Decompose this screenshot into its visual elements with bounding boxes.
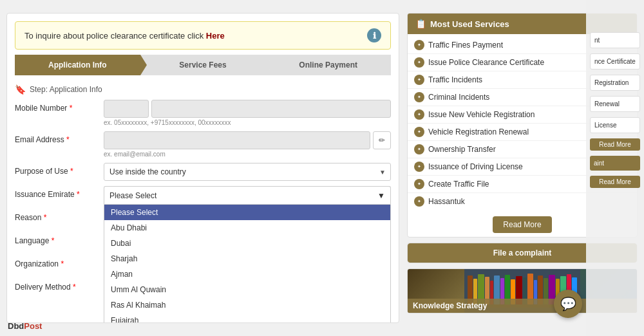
reason-label: Reason * <box>15 209 99 222</box>
mobile-number-field: ex. 05xxxxxxxx, +9715xxxxxxxx, 00xxxxxxx… <box>104 100 391 126</box>
emirate-dropdown: Please Select ▼ Please Select Abu Dhabi … <box>104 186 391 204</box>
notice-bar: To inquire about police clearance certif… <box>15 21 391 50</box>
page-wrapper: To inquire about police clearance certif… <box>0 0 644 336</box>
overlay-card-5: License <box>590 117 640 133</box>
service-icon <box>414 75 424 85</box>
notice-link[interactable]: Here <box>206 31 225 41</box>
overlay-complaint: aint <box>590 156 640 171</box>
services-header-icon: 📋 <box>415 19 426 29</box>
emirate-list: Please Select Abu Dhabi Dubai Sharjah Aj… <box>104 204 391 323</box>
service-icon <box>414 92 424 102</box>
step-label: 🔖 Step: Application Info <box>7 82 399 97</box>
overlay-card-3: Registration <box>590 75 640 91</box>
emirate-label: Issuance Emirate * <box>15 186 99 199</box>
notice-text: To inquire about police clearance certif… <box>24 31 225 41</box>
steps-bar: Application Info Service Fees Online Pay… <box>15 55 391 75</box>
service-icon <box>414 109 424 120</box>
emirate-option-dubai[interactable]: Dubai <box>104 236 390 251</box>
organization-label: Organization * <box>15 256 99 268</box>
emirate-arrow: ▼ <box>377 191 385 200</box>
emirate-trigger[interactable]: Please Select ▼ <box>104 186 391 204</box>
mobile-number-input-2[interactable] <box>151 100 391 118</box>
overlay-card-1: nt <box>590 32 640 48</box>
email-input[interactable] <box>104 131 370 149</box>
purpose-select[interactable]: Use inside the country Use outside the c… <box>104 163 391 181</box>
email-edit-button[interactable]: ✏ <box>373 131 391 149</box>
emirate-option-umm-al-quwain[interactable]: Umm Al Quwain <box>104 282 390 297</box>
read-more-button[interactable]: Read More <box>493 216 551 233</box>
service-icon <box>414 144 424 154</box>
service-icon <box>414 162 424 172</box>
sidebar-header-title: Most Used Services <box>430 19 509 29</box>
watermark: DbdPost <box>8 321 42 331</box>
form: Mobile Number * ex. 05xxxxxxxx, +9715xxx… <box>7 97 399 299</box>
info-icon: ℹ <box>367 28 381 42</box>
emirate-option-abu-dhabi[interactable]: Abu Dhabi <box>104 220 390 236</box>
service-icon <box>414 179 424 189</box>
mobile-number-input-1[interactable] <box>104 100 149 118</box>
purpose-row: Purpose of Use * Use inside the country … <box>15 163 391 181</box>
delivery-label: Delivery Method * <box>15 279 99 292</box>
language-label: Language * <box>15 232 99 245</box>
emirate-field: Please Select ▼ Please Select Abu Dhabi … <box>104 186 391 204</box>
email-field: ✏ ex. email@email.com <box>104 131 391 158</box>
emirate-option-ajman[interactable]: Ajman <box>104 266 390 282</box>
left-panel: To inquire about police clearance certif… <box>6 13 399 323</box>
step-service-fees[interactable]: Service Fees <box>140 55 266 75</box>
service-icon <box>414 40 424 50</box>
purpose-label: Purpose of Use * <box>15 163 99 176</box>
overlay-card-2: nce Certificate <box>590 53 640 70</box>
email-label: Email Address * <box>15 131 99 144</box>
far-right-overlay: nt nce Certificate Registration Renewal … <box>586 0 644 336</box>
purpose-field: Use inside the country Use outside the c… <box>104 163 391 181</box>
step-online-payment[interactable]: Online Payment <box>265 55 391 75</box>
mobile-number-label: Mobile Number * <box>15 100 99 113</box>
mobile-number-row: Mobile Number * ex. 05xxxxxxxx, +9715xxx… <box>15 100 391 126</box>
service-icon <box>414 196 424 207</box>
overlay-read-more-button-1[interactable]: Read More <box>590 138 640 151</box>
service-icon <box>414 127 424 137</box>
emirate-selected: Please Select <box>109 191 156 200</box>
chat-float-button[interactable] <box>554 290 582 318</box>
email-row: Email Address * ✏ ex. email@email.com <box>15 131 391 158</box>
emirate-row: Issuance Emirate * Please Select ▼ Pleas… <box>15 186 391 204</box>
step-application-info[interactable]: Application Info <box>15 55 140 75</box>
service-icon <box>414 57 424 68</box>
emirate-option-sharjah[interactable]: Sharjah <box>104 251 390 266</box>
emirate-option-ras-al-khaimah[interactable]: Ras Al Khaimah <box>104 297 390 313</box>
bookmark-icon: 🔖 <box>15 84 26 95</box>
emirate-option-please-select[interactable]: Please Select <box>104 205 390 220</box>
email-hint: ex. email@email.com <box>104 151 391 158</box>
mobile-number-hint: ex. 05xxxxxxxx, +9715xxxxxxxx, 00xxxxxxx… <box>104 119 391 126</box>
overlay-card-4: Renewal <box>590 96 640 112</box>
emirate-option-fujairah[interactable]: Fujairah <box>104 313 390 323</box>
overlay-read-more-button-2[interactable]: Read More <box>590 176 640 188</box>
